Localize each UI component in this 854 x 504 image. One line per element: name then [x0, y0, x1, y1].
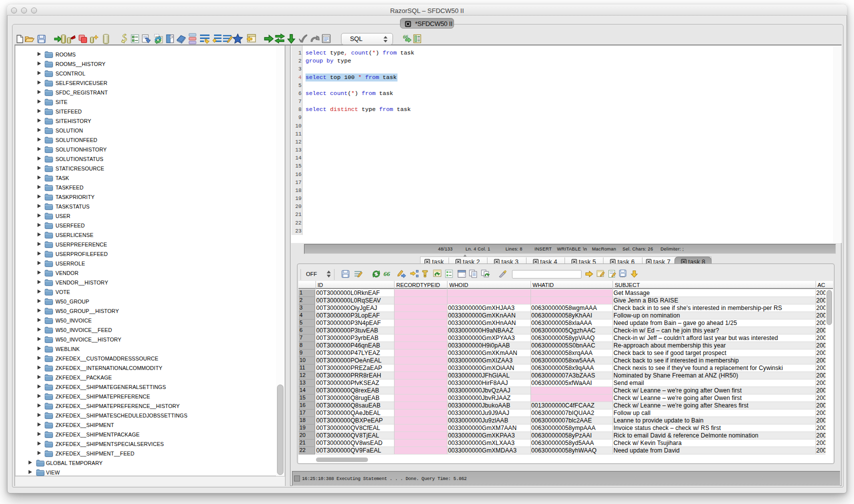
svg-text:66: 66: [384, 270, 390, 277]
svg-text:66: 66: [403, 34, 408, 40]
